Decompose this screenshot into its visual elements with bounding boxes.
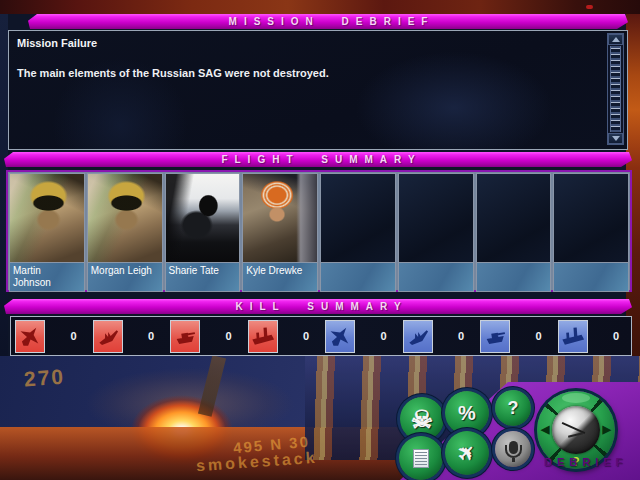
empty-portrait [476,173,552,263]
kill-summary-strip: 0 0 0 0 0 [10,316,632,356]
empty-portrait [398,173,474,263]
scrollbar-track[interactable] [610,46,621,132]
friendly-aircraft-icon [325,320,355,353]
mission-detail-text: The main elements of the Russian SAG wer… [17,67,329,79]
friendly-ship-icon [403,320,433,353]
empty-portrait [320,173,396,263]
flight-summary-panel: Martin Johnson Morgan Leigh Sharie Tate … [6,170,632,292]
pilot-name [476,263,552,292]
skull-icon: ☠ [411,405,433,434]
pilot-slot-8 [553,173,629,292]
aircraft-button[interactable]: ✈ [445,431,489,475]
question-icon: ? [508,398,519,419]
pilot-slot-6 [398,173,474,292]
mission-result-text: Mission Failure [17,37,97,49]
kill-count: 0 [458,330,464,342]
mission-debrief-screen: 270 495 N 30 smokestack MISSION DEBRIEF … [0,0,640,480]
flight-summary-title-bar: FLIGHT SUMMARY [4,152,632,167]
background-top-strip [0,0,640,14]
flight-summary-title: FLIGHT SUMMARY [214,154,421,165]
background-stencil-number: 270 [23,365,66,392]
score-button[interactable]: % [445,391,489,435]
pilot-slot-1[interactable]: Martin Johnson [9,173,85,292]
pilot-portrait [165,173,241,263]
kill-count: 0 [148,330,154,342]
kill-summary-title: KILL SUMMARY [228,301,407,312]
pilot-slot-7 [476,173,552,292]
mission-debrief-title: MISSION DEBRIEF [222,16,435,27]
kill-summary-title-bar: KILL SUMMARY [4,299,632,314]
pilot-grid: Martin Johnson Morgan Leigh Sharie Tate … [9,173,629,289]
kill-item-enemy-aircraft: 0 [11,317,89,355]
kill-count: 0 [303,330,309,342]
pilot-portrait [9,173,85,263]
kill-item-friendly-aircraft: 0 [321,317,399,355]
kill-count: 0 [70,330,76,342]
dial-previous-arrow-icon[interactable]: ◀ [541,423,549,436]
kill-item-enemy-vehicle: 0 [166,317,244,355]
kill-count: 0 [535,330,541,342]
pilot-name: Martin Johnson [9,263,85,292]
kill-item-enemy-ship: 0 [89,317,167,355]
mission-debrief-title-bar: MISSION DEBRIEF [28,14,628,29]
pilot-name: Kyle Drewke [242,263,318,292]
report-button[interactable] [399,436,443,480]
kill-item-enemy-structure: 0 [244,317,322,355]
kill-count: 0 [380,330,386,342]
friendly-structure-icon [558,320,588,353]
scroll-up-button[interactable] [608,34,623,45]
enemy-ship-icon [93,320,123,353]
kill-count: 0 [613,330,619,342]
debrief-scrollbar[interactable] [607,33,624,145]
background-red-mark [586,5,593,9]
pilot-name [553,263,629,292]
microphone-icon [509,441,518,454]
pilot-name: Sharie Tate [165,263,241,292]
pilot-slot-3[interactable]: Sharie Tate [165,173,241,292]
kills-button[interactable]: ☠ [400,397,444,441]
radio-button-disabled [495,431,531,467]
kill-item-friendly-vehicle: 0 [476,317,554,355]
kill-item-friendly-structure: 0 [554,317,632,355]
dial-highlight [562,393,590,403]
pilot-slot-4[interactable]: Kyle Drewke [242,173,318,292]
empty-portrait [553,173,629,263]
friendly-vehicle-icon [480,320,510,353]
pilot-name: Morgan Leigh [87,263,163,292]
enemy-vehicle-icon [170,320,200,353]
dial-next-arrow-icon[interactable]: ▶ [603,423,611,436]
pilot-portrait [242,173,318,263]
enemy-structure-icon [248,320,278,353]
globe-icon [552,406,600,454]
mission-result-panel: Mission Failure The main elements of the… [8,30,628,150]
enemy-aircraft-icon [15,320,45,353]
kill-item-friendly-ship: 0 [399,317,477,355]
screen-name-label: DEBRIEF [544,456,640,468]
percent-icon: % [458,402,476,425]
airplane-icon: ✈ [452,438,481,467]
scroll-down-button[interactable] [608,133,623,144]
pilot-portrait [87,173,163,263]
arrow-up-icon [612,37,620,42]
pilot-slot-5 [320,173,396,292]
pilot-name [320,263,396,292]
help-button[interactable]: ? [495,390,531,426]
pilot-name [398,263,474,292]
pilot-slot-2[interactable]: Morgan Leigh [87,173,163,292]
arrow-down-icon [612,136,620,141]
document-icon [413,449,429,468]
kill-count: 0 [225,330,231,342]
